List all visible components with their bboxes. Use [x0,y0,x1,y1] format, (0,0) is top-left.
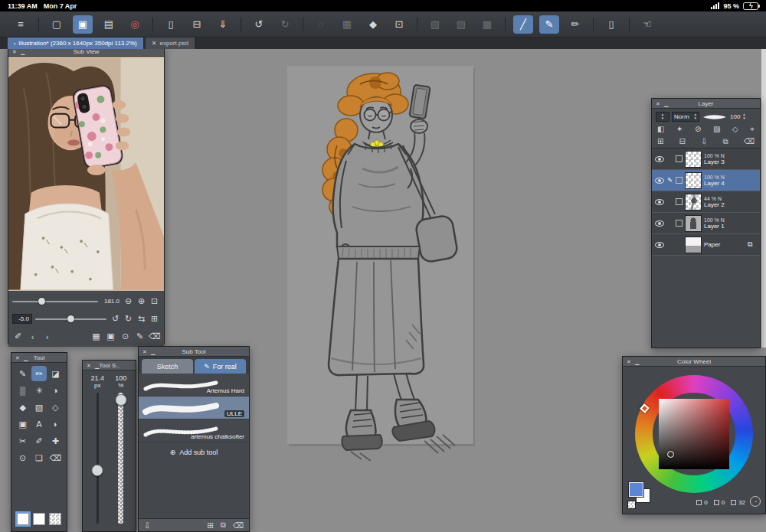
layer-visibility-eye-icon[interactable] [655,156,664,162]
tool-panel-header[interactable]: ✕ ▁ Tool [11,353,67,363]
minimize-icon[interactable]: ▁ [24,355,28,361]
saturation-value-square[interactable] [659,399,729,469]
minimize-icon[interactable]: ▁ [664,101,668,106]
grid-icon[interactable]: ▦ [90,331,102,341]
clip-to-layer-icon[interactable]: ◧ [657,125,664,134]
eyedropper-tool-icon[interactable]: ✐ [31,433,46,449]
import-subtool-icon[interactable]: ⇩ [144,521,150,530]
layer-visibility-eye-icon[interactable] [655,242,664,248]
brush-size-handle[interactable] [92,465,103,476]
divider[interactable] [505,18,506,31]
layer-checkbox[interactable] [676,220,683,227]
minimize-icon[interactable]: ▁ [95,363,99,368]
target-icon[interactable]: ⊙ [119,331,131,341]
tab-export-psd[interactable]: ✕ export.psd [146,38,195,49]
blend-mode-select[interactable]: Norm ▲▼ [672,112,699,122]
tab-for-real[interactable]: ✎ For real [195,359,246,374]
main-color-swatch[interactable] [17,513,29,525]
sub-color-swatch[interactable] [33,513,45,525]
tab-sketch[interactable]: Sketch [142,359,193,374]
tool-property-header[interactable]: ✕ ▁ Tool S.. [83,361,136,370]
pencil-tool-icon[interactable]: ✏ [31,366,46,381]
view-mode-icon[interactable]: ▣ [73,15,93,34]
move-tool-icon[interactable]: ✚ [48,433,63,449]
fill-tool-icon[interactable]: ◆ [15,400,30,415]
add-subtool-icon[interactable]: ⊞ [207,521,213,530]
canvas-scrollbar[interactable] [761,49,766,348]
layer-opacity-slider[interactable] [702,113,728,121]
divider[interactable] [152,18,153,31]
redo-icon[interactable]: ↻ [275,15,295,34]
quick-mask-icon[interactable]: ▩ [477,15,497,34]
close-icon[interactable]: ✕ [12,49,17,54]
divider[interactable] [593,18,594,31]
rotate-cw-icon[interactable]: ↻ [123,314,134,324]
flip-horizontal-icon[interactable]: ⇆ [136,314,147,324]
layer-palette-combo-icon[interactable]: ▲▼ [656,112,669,122]
opacity-stepper-icon[interactable]: ▲▼ [742,113,745,121]
close-icon[interactable]: ✕ [656,101,660,106]
layer-panel-header[interactable]: ✕ ▁ Layer [652,99,760,109]
gesture-help-icon[interactable]: ☜ [637,15,657,34]
divider[interactable] [417,18,417,31]
zoom-in-icon[interactable]: ⊕ [136,296,147,306]
reset-view-icon[interactable]: ⊞ [149,314,160,324]
delete-layer-icon[interactable]: ⌫ [744,137,755,146]
close-icon[interactable]: ✕ [627,359,631,364]
zoom-out-icon[interactable]: ⊖ [123,296,134,306]
companion-mode-icon[interactable]: ▯ [601,15,621,34]
subtool-brush-item[interactable]: ULLE [139,397,249,419]
brush-opacity-slider[interactable] [118,393,123,524]
duplicate-subtool-icon[interactable]: ⧉ [221,521,226,530]
layer-checkbox[interactable] [676,198,683,205]
subview-photo-area[interactable] [8,57,164,291]
eyedropper-icon[interactable]: ✐ [12,331,24,341]
layer-ruler-icon[interactable]: ⌖ [750,125,755,134]
sub-tool-header[interactable]: ✕ ▁ Sub Tool [139,347,249,357]
menu-icon[interactable]: ≡ [11,15,31,34]
balloon-tool-icon[interactable]: ◗ [48,416,63,432]
layer-row[interactable]: ✎ 100 % N Layer 4 [652,170,760,191]
layer-visibility-eye-icon[interactable] [655,178,664,184]
correction-icon[interactable]: ✏ [565,15,585,34]
subtool-brush-item[interactable]: Artemus Hard [139,374,249,397]
edit-icon[interactable]: ✎ [134,331,146,341]
eraser-tool-icon[interactable]: ◪ [48,366,63,381]
fit-screen-icon[interactable]: ⊡ [149,296,160,306]
color-set-toggle-icon[interactable]: ◔ [750,496,761,507]
color-wheel-header[interactable]: ✕ ▁ Color Wheel [623,357,765,367]
operation-tool-icon[interactable]: ⊙ [15,450,30,465]
rotate-ccw-icon[interactable]: ↺ [110,314,121,324]
export-icon[interactable]: ⇓ [213,15,233,34]
material-icon[interactable]: ▤ [99,15,119,34]
minimize-icon[interactable]: ▁ [635,359,639,364]
enable-mask-icon[interactable]: ◇ [732,125,738,134]
layer-thumbnail[interactable] [685,172,702,189]
selection-erase-icon[interactable]: ▨ [451,15,471,34]
reference-layer-icon[interactable]: ✦ [676,125,683,134]
brush-opacity-handle[interactable] [115,394,126,406]
selection-pen-icon[interactable]: ▧ [425,15,445,34]
new-layer-icon[interactable]: ⊞ [657,137,663,146]
layer-checkbox[interactable] [676,155,683,162]
layer-thumbnail[interactable] [685,215,702,232]
vector-snap-icon[interactable]: ✎ [539,15,559,34]
close-tab-icon[interactable]: ✕ [152,40,157,47]
close-icon[interactable]: ✕ [142,349,147,354]
fill-icon[interactable]: ◆ [363,15,383,34]
ruler-snap-icon[interactable]: ╱ [513,15,533,34]
layer-row[interactable]: 44 % N Layer 2 [652,191,760,213]
subview-rotate-value[interactable]: -5.0 [12,314,32,324]
brush-size-slider[interactable] [97,393,99,524]
stamp-icon[interactable]: ▣ [105,331,116,341]
decoration-tool-icon[interactable]: ✳ [31,383,46,398]
canvas-artwork[interactable] [260,54,536,532]
transfer-down-icon[interactable]: ⇩ [701,137,707,146]
main-color-swatch[interactable] [629,482,643,497]
lock-alpha-icon[interactable]: ▨ [713,125,720,134]
duplicate-layer-icon[interactable]: ⧉ [723,137,728,146]
snap-icon[interactable]: ▦ [337,15,357,34]
lasso-tool-icon[interactable]: ✂ [15,433,30,449]
gradient-tool-icon[interactable]: ▧ [31,400,46,415]
selection-tool-icon[interactable]: ❏ [31,450,46,465]
